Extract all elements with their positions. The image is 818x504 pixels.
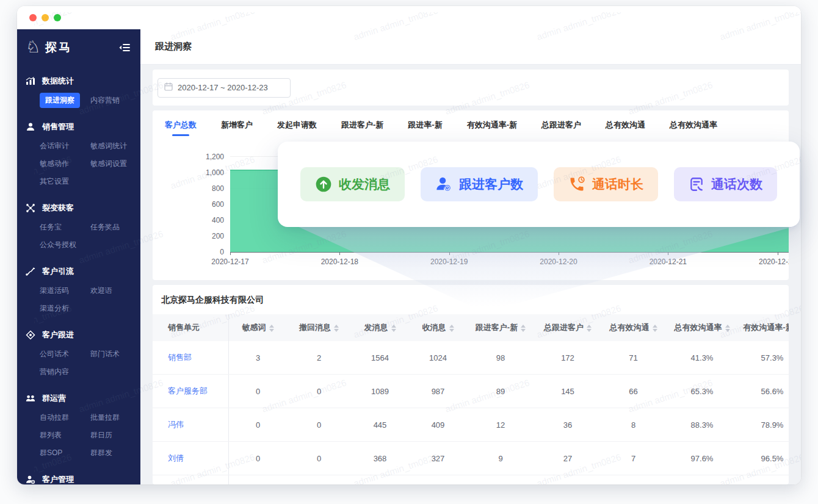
sidebar-item-群列表[interactable]: 群列表 [40,427,90,444]
sort-icon[interactable] [725,325,730,332]
sort-asc-icon [449,325,454,328]
column-header-发消息[interactable]: 发消息 [351,322,409,333]
sidebar-item-群SOP[interactable]: 群SOP [40,445,90,461]
column-header-label: 敏感词 [242,323,266,332]
sidebar-item-其它设置[interactable]: 其它设置 [40,173,90,190]
sidebar-item-label: 公众号授权 [40,240,76,250]
table-row: 客户服务部001089987891456665.3%56.6% [153,375,789,408]
popup-button-通话次数[interactable]: 通话次数 [674,167,777,201]
sidebar-item-label: 敏感词统计 [90,141,127,151]
date-range-picker[interactable]: 2020-12-17 ~ 2020-12-23 [157,78,291,98]
table-cell: 987 [409,387,467,396]
sort-icon[interactable] [449,325,454,332]
table-cell: 0 [229,420,287,430]
popup-button-收发消息[interactable]: 收发消息 [300,167,405,201]
sort-icon[interactable] [391,325,396,332]
minimize-window-button[interactable] [42,14,49,21]
tab-总有效沟通[interactable]: 总有效沟通 [606,120,645,131]
sales-unit-link[interactable]: 胡亚飞 [153,475,229,484]
sidebar-item-label: 批量拉群 [90,412,120,423]
sidebar-section-label: 销售管理 [42,121,74,132]
column-header-总有效沟通率[interactable]: 总有效沟通率 [665,322,739,333]
column-header-总有效沟通[interactable]: 总有效沟通 [601,322,665,333]
tab-新增客户[interactable]: 新增客户 [221,120,253,131]
x-axis-tick [559,252,559,255]
sidebar-section-items: 渠道活码欢迎语渠道分析 [17,281,140,322]
column-header-有效沟通率-新[interactable]: 有效沟通率-新 [739,322,789,333]
sales-unit-link[interactable]: 销售部 [153,341,229,374]
tab-跟进客户-新[interactable]: 跟进客户-新 [341,120,383,131]
table-cell: 145 [534,387,601,396]
table-cell: 368 [351,454,409,463]
column-header-总跟进客户[interactable]: 总跟进客户 [534,322,601,333]
column-header-敏感词[interactable]: 敏感词 [229,322,287,333]
sidebar-section-label: 裂变获客 [42,203,74,214]
sidebar-item-label: 群日历 [90,430,112,441]
sidebar-nav: 数据统计跟进洞察内容营销销售管理会话审计敏感词统计敏感动作敏感词设置其它设置裂变… [17,63,140,484]
sidebar-item-内容营销[interactable]: 内容营销 [90,92,140,109]
sidebar-item-群日历[interactable]: 群日历 [90,427,140,444]
sidebar-item-渠道分析[interactable]: 渠道分析 [40,300,90,317]
sort-desc-icon [391,329,396,332]
sort-icon[interactable] [587,325,592,332]
sidebar-section-title: 客户管理 [17,470,140,484]
sidebar-item-欢迎语[interactable]: 欢迎语 [90,283,140,299]
sidebar-section-label: 客户管理 [42,474,74,484]
collapse-sidebar-icon[interactable] [118,43,131,52]
sort-icon[interactable] [334,325,339,332]
sidebar-item-批量拉群[interactable]: 批量拉群 [90,409,140,426]
tab-发起申请数[interactable]: 发起申请数 [277,120,317,131]
table-cell: 57.3% [739,353,789,362]
table-card: 北京探马企服科技有限公司 销售单元敏感词撤回消息发消息收消息跟进客户-新总跟进客… [153,285,789,484]
sales-unit-link[interactable]: 冯伟 [153,408,229,441]
sidebar-item-部门话术[interactable]: 部门话术 [90,346,140,362]
sidebar-item-跟进洞察[interactable]: 跟进洞察 [40,92,90,109]
sidebar-section-title: 裂变获客 [17,198,140,218]
sidebar-item-敏感词统计[interactable]: 敏感词统计 [90,138,140,154]
sidebar-item-公众号授权[interactable]: 公众号授权 [40,237,90,253]
sidebar-item-渠道活码[interactable]: 渠道活码 [40,283,90,299]
sidebar-item-群群发[interactable]: 群群发 [90,445,140,461]
screen: ♘ 探马 数据统计跟进洞察内容营销销售管理会话审计敏感词统计敏感动作敏感词设置其… [0,0,818,504]
tab-总有效沟通率[interactable]: 总有效沟通率 [670,120,717,131]
table-cell: 8 [601,420,665,430]
sort-icon[interactable] [653,325,657,332]
people-icon [26,394,35,403]
sidebar-item-敏感词设置[interactable]: 敏感词设置 [90,156,140,172]
sidebar-item-自动拉群[interactable]: 自动拉群 [40,409,90,426]
sales-unit-link[interactable]: 客户服务部 [153,375,229,408]
sort-icon[interactable] [521,325,526,332]
table-cell: 172 [534,353,601,362]
sidebar-item-营销内容[interactable]: 营销内容 [40,364,90,380]
y-axis-label: 1,000 [181,168,224,177]
table-cell: 1024 [409,353,467,362]
tab-客户总数[interactable]: 客户总数 [165,120,197,131]
page-header: 跟进洞察 [140,29,801,65]
column-header-撤回消息[interactable]: 撤回消息 [287,322,351,333]
column-header-跟进客户-新[interactable]: 跟进客户-新 [467,322,534,333]
sort-icon[interactable] [269,325,274,332]
popup-button-跟进客户数[interactable]: 跟进客户数 [421,167,538,201]
calendar-icon [164,82,173,93]
sidebar-item-任务奖品[interactable]: 任务奖品 [90,219,140,236]
sidebar-section-title: 群运营 [17,389,140,408]
sales-unit-link[interactable]: 刘倩 [153,442,229,475]
network-icon [26,203,35,213]
sidebar-item-敏感动作[interactable]: 敏感动作 [40,156,90,172]
y-axis-label: 0 [181,248,224,256]
popup-button-通话时长[interactable]: 通话时长 [554,167,658,201]
table-cell: 1564 [351,353,409,362]
sidebar-item-任务宝[interactable]: 任务宝 [40,219,90,236]
tab-总跟进客户[interactable]: 总跟进客户 [541,120,581,131]
tab-跟进率-新[interactable]: 跟进率-新 [408,120,442,131]
sidebar-item-会话审计[interactable]: 会话审计 [40,138,90,154]
zoom-window-button[interactable] [54,14,61,21]
sidebar-item-公司话术[interactable]: 公司话术 [40,346,90,362]
sidebar-item-label: 营销内容 [40,367,69,377]
close-window-button[interactable] [29,14,37,21]
tab-有效沟通率-新[interactable]: 有效沟通率-新 [467,120,517,131]
sidebar-section: 销售管理会话审计敏感词统计敏感动作敏感词设置其它设置 [17,117,140,195]
column-header-收消息[interactable]: 收消息 [409,322,467,333]
table-row: 销售部3215641024981727141.3%57.3% [153,341,789,375]
brand-name: 探马 [45,40,72,56]
